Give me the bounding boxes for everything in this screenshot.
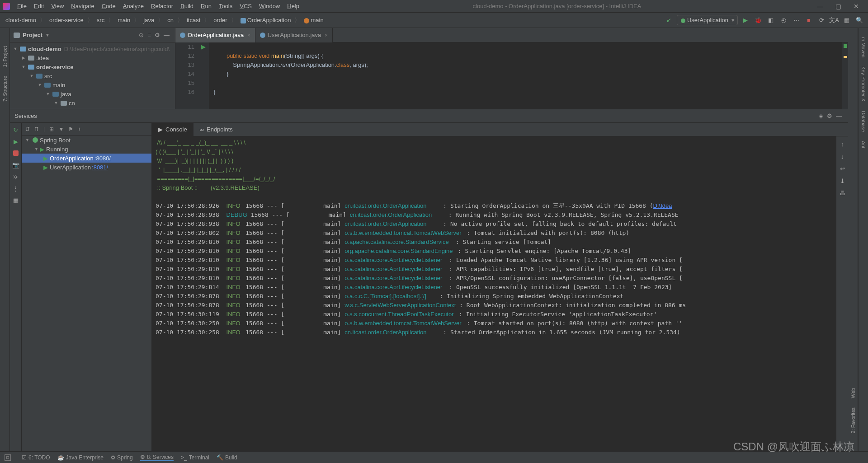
settings-icon[interactable]: ⚙ bbox=[155, 32, 160, 38]
expand-all-icon[interactable]: ≡ bbox=[147, 32, 151, 38]
soft-wrap-icon[interactable]: ↩ bbox=[840, 165, 845, 172]
status-services[interactable]: ⚙8: Services bbox=[140, 454, 174, 461]
hide-icon[interactable]: — bbox=[164, 32, 170, 38]
service-node-UserApplication[interactable]: ▶UserApplication :8081/ bbox=[22, 163, 151, 172]
status-todo[interactable]: ☑6: TODO bbox=[22, 454, 50, 461]
rerun-button[interactable]: ↻ bbox=[12, 126, 20, 134]
run-config-selector[interactable]: UserApplication bbox=[677, 15, 738, 25]
project-tool-button[interactable]: 1: Project bbox=[2, 46, 8, 67]
services-run-button[interactable]: ▶ bbox=[12, 137, 20, 145]
tree-root[interactable]: ▼cloud-demoD:\IdeaProjects\code\heima\sp… bbox=[10, 44, 175, 53]
update-button[interactable]: ⟳ bbox=[816, 15, 826, 25]
service-node-Spring Boot[interactable]: ▼Spring Boot bbox=[22, 136, 151, 145]
chevron-down-icon[interactable]: ▼ bbox=[45, 33, 50, 37]
database-tool-button[interactable]: Database bbox=[861, 111, 866, 132]
scroll-to-end-icon[interactable]: ⤓ bbox=[840, 178, 845, 184]
translate-icon[interactable]: 文A bbox=[829, 15, 839, 25]
filter-icon[interactable]: ▼ bbox=[58, 126, 64, 132]
add-service-button[interactable]: + bbox=[78, 126, 81, 132]
services-filter-icon[interactable]: ⛭ bbox=[12, 173, 20, 181]
editor-content[interactable]: 111213141516 ▶ public static void main(S… bbox=[175, 42, 848, 109]
print-icon[interactable]: 🖶 bbox=[840, 190, 845, 196]
editor-tab-UserApplication.java[interactable]: UserApplication.java× bbox=[255, 28, 333, 42]
maven-tool-button[interactable]: m Maven bbox=[861, 37, 866, 57]
run-button[interactable]: ▶ bbox=[741, 15, 750, 25]
keypromoter-tool-button[interactable]: Key Promoter X bbox=[861, 66, 866, 102]
menu-code[interactable]: Code bbox=[98, 1, 119, 11]
breadcrumb-itcast[interactable]: itcast bbox=[185, 16, 202, 24]
project-view-title[interactable]: Project bbox=[23, 32, 42, 38]
expand-icon[interactable]: ⇵ bbox=[25, 126, 30, 132]
structure-tool-button[interactable]: 7: Structure bbox=[2, 76, 8, 102]
breadcrumb-OrderApplication[interactable]: OrderApplication bbox=[239, 16, 293, 24]
layout-icon[interactable]: ▦ bbox=[842, 15, 852, 25]
tree-node-java[interactable]: ▼java bbox=[10, 89, 175, 98]
service-node-Running[interactable]: ▼▶Running bbox=[22, 145, 151, 154]
breadcrumb-main[interactable]: main bbox=[302, 16, 325, 24]
collapse-icon[interactable]: ⇈ bbox=[34, 126, 39, 132]
close-tab-icon[interactable]: × bbox=[325, 33, 327, 38]
search-icon[interactable]: 🔍 bbox=[854, 15, 864, 25]
service-node-OrderApplication[interactable]: ▶OrderApplication :8080/ bbox=[22, 154, 151, 163]
tree-node-.idea[interactable]: ▶.idea bbox=[10, 53, 175, 62]
status-spring[interactable]: ✿Spring bbox=[111, 454, 133, 461]
menu-view[interactable]: View bbox=[47, 1, 67, 11]
breadcrumb-order-service[interactable]: order-service bbox=[47, 16, 85, 24]
scroll-up-icon[interactable]: ↑ bbox=[841, 141, 844, 148]
menu-file[interactable]: File bbox=[14, 1, 30, 11]
scroll-down-icon[interactable]: ↓ bbox=[841, 153, 844, 160]
menu-refactor[interactable]: Refactor bbox=[147, 1, 177, 11]
status-build[interactable]: 🔨Build bbox=[217, 454, 237, 461]
menu-window[interactable]: Window bbox=[255, 1, 283, 11]
tool-windows-icon[interactable] bbox=[5, 454, 11, 461]
console-tab-endpoints[interactable]: ∞Endpoints bbox=[193, 123, 239, 136]
project-tree[interactable]: ▼cloud-demoD:\IdeaProjects\code\heima\sp… bbox=[10, 42, 175, 109]
select-opened-file-icon[interactable]: ⊙ bbox=[139, 32, 144, 38]
coverage-button[interactable]: ◧ bbox=[766, 15, 776, 25]
menu-vcs[interactable]: VCS bbox=[236, 1, 255, 11]
tree-node-order-service[interactable]: ▼order-service bbox=[10, 62, 175, 71]
menu-run[interactable]: Run bbox=[197, 1, 215, 11]
services-hide-icon[interactable]: — bbox=[836, 112, 842, 119]
filter2-icon[interactable]: ⚑ bbox=[68, 126, 73, 132]
console-tab-console[interactable]: ▶Console bbox=[152, 123, 193, 136]
close-tab-icon[interactable]: × bbox=[247, 33, 250, 38]
breadcrumb-java[interactable]: java bbox=[142, 16, 156, 24]
tree-node-main[interactable]: ▼main bbox=[10, 80, 175, 89]
attach-button[interactable]: ⋯ bbox=[791, 15, 801, 25]
tree-node-src[interactable]: ▼src bbox=[10, 71, 175, 80]
breadcrumb-cn[interactable]: cn bbox=[165, 16, 175, 24]
tree-node-itcast[interactable]: ▼itcast bbox=[10, 108, 175, 109]
group-icon[interactable]: ⊞ bbox=[49, 126, 54, 132]
breadcrumb-src[interactable]: src bbox=[95, 16, 106, 24]
maximize-button[interactable]: ▢ bbox=[829, 3, 847, 10]
stop-button[interactable]: ■ bbox=[804, 15, 814, 25]
status-javaenterprise[interactable]: ☕Java Enterprise bbox=[57, 454, 104, 461]
dump-threads-icon[interactable]: 📷 bbox=[12, 161, 20, 169]
status-terminal[interactable]: >_Terminal bbox=[181, 454, 209, 461]
build-icon[interactable]: ↙ bbox=[664, 15, 674, 25]
breadcrumb-cloud-demo[interactable]: cloud-demo bbox=[4, 16, 38, 24]
profile-button[interactable]: ◴ bbox=[778, 15, 788, 25]
breadcrumb-order[interactable]: order bbox=[212, 16, 229, 24]
editor-tab-OrderApplication.java[interactable]: OrderApplication.java× bbox=[175, 28, 255, 42]
services-layout-icon[interactable]: ◈ bbox=[819, 112, 823, 119]
tree-node-cn[interactable]: ▼cn bbox=[10, 98, 175, 108]
menu-navigate[interactable]: Navigate bbox=[67, 1, 98, 11]
menu-analyze[interactable]: Analyze bbox=[119, 1, 147, 11]
minimize-button[interactable]: — bbox=[811, 3, 829, 10]
menu-build[interactable]: Build bbox=[177, 1, 197, 11]
services-settings-icon[interactable]: ⚙ bbox=[827, 112, 832, 119]
breadcrumb-main[interactable]: main bbox=[116, 16, 132, 24]
ant-tool-button[interactable]: Ant bbox=[861, 141, 866, 149]
menu-edit[interactable]: Edit bbox=[30, 1, 47, 11]
menu-help[interactable]: Help bbox=[283, 1, 303, 11]
editor-error-stripe[interactable] bbox=[842, 42, 848, 109]
close-button[interactable]: ✕ bbox=[847, 3, 865, 10]
console-output[interactable]: /\\ / ___'_ __ _ _(_)_ __ __ _ \ \ \ \ (… bbox=[152, 136, 836, 451]
services-group-icon[interactable]: ▦ bbox=[12, 196, 20, 204]
favorites-tool-button[interactable]: 2: Favorites bbox=[850, 407, 856, 433]
debug-button[interactable]: 🐞 bbox=[753, 15, 763, 25]
services-stop-button[interactable] bbox=[12, 149, 20, 157]
services-more-icon[interactable]: ⋮ bbox=[12, 184, 20, 192]
